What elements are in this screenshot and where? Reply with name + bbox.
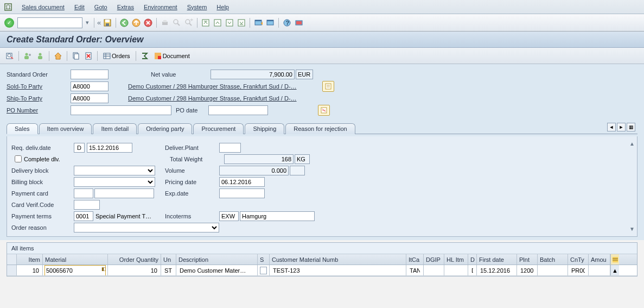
col-cust-mat[interactable]: Customer Material Numb — [270, 254, 406, 265]
cell-amount[interactable] — [591, 266, 608, 275]
standard-order-input[interactable] — [71, 70, 109, 79]
print-button[interactable] — [160, 17, 170, 28]
tab-shipping[interactable]: Shipping — [245, 123, 284, 134]
col-unit[interactable]: Un — [161, 254, 176, 265]
req-deliv-date-input[interactable] — [87, 143, 132, 153]
tab-list-button[interactable]: ▦ — [627, 123, 635, 131]
cell-cust-mat[interactable] — [272, 266, 404, 275]
ship-to-description[interactable]: Demo Customer / 298 Hamburger Strasse, F… — [128, 95, 320, 102]
ship-to-input[interactable] — [71, 93, 109, 103]
find-button[interactable] — [171, 17, 182, 28]
menu-sales-document[interactable]: Sales document — [22, 4, 65, 10]
command-field[interactable] — [17, 17, 82, 28]
back-double-icon[interactable]: « — [97, 18, 101, 27]
cell-material[interactable] — [45, 266, 105, 275]
cell-cnty[interactable] — [570, 266, 586, 275]
help-button[interactable]: ? — [282, 17, 292, 28]
copy-button[interactable] — [71, 51, 81, 61]
cell-dgip[interactable] — [426, 266, 442, 275]
col-item[interactable]: Item — [17, 254, 43, 265]
col-hlitm[interactable]: HL Itm — [444, 254, 468, 265]
billing-block-select[interactable] — [74, 177, 155, 187]
tab-item-detail[interactable]: Item detail — [93, 123, 137, 134]
col-desc[interactable]: Description — [176, 254, 258, 265]
menu-edit[interactable]: Edit — [74, 4, 85, 10]
col-qty[interactable]: Order Quantity — [108, 254, 161, 265]
partner-details-button[interactable] — [322, 81, 334, 92]
menu-system[interactable]: System — [187, 4, 207, 10]
col-plant[interactable]: Plnt — [517, 254, 538, 265]
col-cnty[interactable]: CnTy — [568, 254, 589, 265]
col-batch[interactable]: Batch — [538, 254, 568, 265]
pricing-date-input[interactable] — [219, 177, 265, 187]
cell-itca[interactable] — [409, 266, 421, 275]
delete-button[interactable] — [83, 51, 94, 61]
cell-qty[interactable] — [110, 266, 158, 275]
tab-reason-rejection[interactable]: Reason for rejection — [285, 123, 355, 134]
row-selector[interactable] — [7, 265, 17, 275]
scroll-up-icon[interactable]: ▲ — [629, 141, 635, 147]
payment-card-type-input[interactable] — [74, 188, 93, 198]
back-button[interactable] — [119, 17, 130, 28]
deliver-plant-input[interactable] — [219, 143, 241, 153]
grid-vscroll[interactable]: ▲ — [610, 265, 619, 275]
cell-first-date[interactable] — [479, 266, 514, 275]
exp-date-input[interactable] — [219, 188, 265, 198]
po-date-input[interactable] — [208, 105, 268, 115]
cell-batch[interactable] — [540, 266, 565, 275]
sap-menu-icon[interactable] — [4, 3, 12, 11]
cell-plant[interactable] — [519, 266, 535, 275]
col-first-date[interactable]: First date — [477, 254, 517, 265]
order-reason-select[interactable] — [74, 223, 219, 232]
tab-scroll-right-button[interactable]: ► — [617, 123, 626, 131]
po-detail-button[interactable] — [318, 105, 330, 116]
cell-item[interactable] — [19, 266, 40, 275]
new-session-button[interactable]: ✦ — [253, 17, 264, 28]
local-layout-button[interactable] — [294, 17, 304, 28]
complete-dlv-checkbox[interactable] — [15, 155, 22, 162]
partner-button-1[interactable] — [22, 51, 33, 61]
prev-page-button[interactable] — [212, 17, 223, 28]
cell-d[interactable] — [470, 266, 474, 275]
sum-button[interactable] — [139, 51, 150, 61]
cell-s-checkbox[interactable] — [260, 267, 267, 274]
home-button[interactable] — [53, 51, 63, 61]
next-page-button[interactable] — [224, 17, 235, 28]
grid-select-all[interactable] — [7, 254, 17, 265]
tab-procurement[interactable]: Procurement — [193, 123, 244, 134]
grid-config-button[interactable] — [610, 254, 619, 265]
col-d[interactable]: D — [468, 254, 477, 265]
tab-sales[interactable]: Sales — [7, 123, 38, 134]
exit-button[interactable] — [131, 17, 142, 28]
col-dgip[interactable]: DGIP — [424, 254, 444, 265]
card-verif-input[interactable] — [74, 200, 100, 210]
po-number-input[interactable] — [71, 105, 171, 115]
col-s[interactable]: S — [258, 254, 270, 265]
col-amount[interactable]: Amou — [589, 254, 610, 265]
orders-button[interactable]: Orders — [101, 51, 132, 61]
sold-to-input[interactable] — [71, 81, 109, 91]
tab-scroll-left-button[interactable]: ◄ — [607, 123, 616, 131]
partner-button-2[interactable] — [35, 51, 46, 61]
cell-unit[interactable] — [163, 266, 174, 275]
layout-button[interactable] — [265, 17, 276, 28]
enter-button[interactable]: ✓ — [4, 18, 14, 28]
display-header-button[interactable] — [4, 51, 15, 61]
search-help-icon[interactable]: ◧ — [101, 266, 106, 272]
menu-help[interactable]: Help — [216, 4, 229, 10]
cancel-button[interactable] — [143, 17, 154, 28]
tab-ordering-party[interactable]: Ordering party — [138, 123, 192, 134]
payment-card-number-input[interactable] — [94, 188, 154, 198]
cell-hlitm[interactable] — [447, 266, 466, 275]
incoterms-code-input[interactable] — [219, 211, 239, 221]
last-page-button[interactable] — [236, 17, 247, 28]
payment-terms-code-input[interactable] — [74, 211, 93, 221]
cell-desc[interactable] — [178, 266, 255, 275]
find-next-button[interactable]: + — [183, 17, 194, 28]
incoterms-location-input[interactable] — [240, 211, 315, 221]
save-button[interactable] — [102, 17, 113, 28]
table-row[interactable]: ◧ ▲ — [7, 265, 637, 276]
scroll-down-icon[interactable]: ▼ — [629, 226, 635, 232]
menu-goto[interactable]: Goto — [94, 4, 107, 10]
sold-to-description[interactable]: Demo Customer / 298 Hamburger Strasse, F… — [128, 83, 320, 90]
